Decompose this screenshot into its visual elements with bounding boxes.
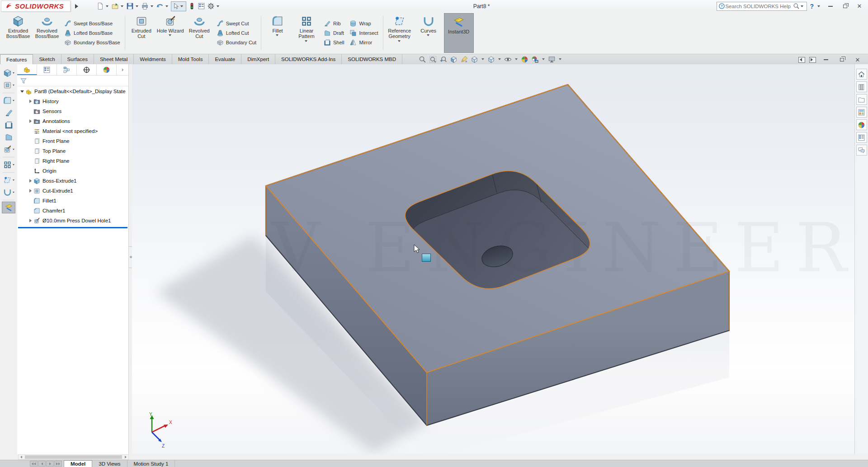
tabs-overflow-chevron[interactable]: ›: [117, 64, 128, 75]
caret-icon[interactable]: [13, 192, 14, 193]
help-search-input[interactable]: [725, 4, 793, 9]
save-caret-icon[interactable]: [136, 5, 138, 7]
menu-flyout-arrow-icon[interactable]: [75, 4, 78, 9]
tree-row-front-plane[interactable]: Front Plane: [17, 136, 128, 146]
help-search-box[interactable]: [717, 2, 807, 11]
rebuild-button[interactable]: [187, 1, 197, 11]
apply-scene-caret-icon[interactable]: [542, 58, 545, 60]
strip-extruded-cut-button[interactable]: [3, 79, 14, 91]
last-tab-button[interactable]: [54, 461, 62, 467]
undo-button[interactable]: [155, 1, 165, 11]
tree-horizontal-scrollbar[interactable]: [18, 454, 129, 460]
tree-row-history[interactable]: History: [17, 96, 128, 106]
collapse-left-pane-button[interactable]: [798, 57, 805, 63]
revolved-cut-button[interactable]: Revolved Cut: [185, 12, 214, 54]
display-style-button[interactable]: [487, 55, 495, 64]
minimize-button[interactable]: [825, 2, 836, 10]
mirror-button[interactable]: Mirror: [349, 39, 378, 46]
tab-dimxpert-manager[interactable]: [77, 64, 97, 75]
tab-mold-tools[interactable]: Mold Tools: [172, 54, 209, 64]
first-tab-button[interactable]: [30, 461, 38, 467]
tab-weldments[interactable]: Weldments: [134, 54, 172, 64]
tab-display-manager[interactable]: [97, 64, 117, 75]
revolved-boss-base-button[interactable]: Revolved Boss/Base: [33, 12, 61, 54]
strip-hole-wizard-button[interactable]: [3, 143, 14, 156]
scroll-right-arrow-icon[interactable]: [123, 456, 128, 458]
help-caret-icon[interactable]: [817, 5, 820, 7]
document-minimize-button[interactable]: [820, 56, 832, 64]
settings-button[interactable]: [206, 1, 216, 11]
tree-row-boss-extrude1[interactable]: Boss-Extrude1: [17, 176, 128, 186]
tree-row-dowel-hole[interactable]: Ø10.0mm Press Dowel Hole1: [17, 216, 128, 226]
strip-draft-button[interactable]: [5, 131, 13, 143]
tree-filter-row[interactable]: [17, 75, 128, 86]
intersect-button[interactable]: Intersect: [349, 29, 378, 37]
settings-caret-icon[interactable]: [217, 5, 219, 7]
tab-solidworks-add-ins[interactable]: SOLIDWORKS Add-Ins: [275, 54, 342, 64]
swept-cut-button[interactable]: Swept Cut: [217, 20, 256, 27]
linear-pattern-button[interactable]: Linear Pattern: [292, 12, 321, 54]
document-close-button[interactable]: ✕: [852, 56, 863, 64]
tree-row-sensors[interactable]: Sensors: [17, 106, 128, 116]
tab-sketch[interactable]: Sketch: [33, 54, 61, 64]
tab-3d-views[interactable]: 3D Views: [92, 460, 127, 467]
strip-fillet-button[interactable]: [3, 94, 14, 107]
help-button[interactable]: ?: [810, 3, 814, 10]
draft-button[interactable]: Draft: [324, 29, 344, 37]
tree-row-fillet1[interactable]: Fillet1: [17, 196, 128, 206]
apply-scene-button[interactable]: [531, 55, 539, 64]
file-explorer-button[interactable]: [856, 94, 867, 105]
search-caret-icon[interactable]: [801, 5, 803, 7]
caret-icon[interactable]: [13, 179, 14, 181]
strip-extruded-boss-button[interactable]: [3, 67, 14, 79]
boundary-boss-base-button[interactable]: Boundary Boss/Base: [64, 39, 120, 46]
linear-pattern-caret-icon[interactable]: [305, 40, 307, 42]
wrap-button[interactable]: Wrap: [349, 20, 378, 27]
close-button[interactable]: ✕: [854, 2, 865, 10]
instant3d-drag-handle[interactable]: [422, 254, 431, 262]
custom-properties-button[interactable]: [856, 132, 867, 143]
fillet-button[interactable]: Fillet: [263, 12, 292, 54]
tab-property-manager[interactable]: [37, 64, 57, 75]
collapse-right-pane-button[interactable]: [809, 57, 816, 63]
caret-icon[interactable]: [13, 100, 14, 101]
rib-button[interactable]: Rib: [324, 20, 344, 27]
lofted-boss-base-button[interactable]: Lofted Boss/Base: [64, 29, 120, 37]
tree-row-top-plane[interactable]: Top Plane: [17, 146, 128, 156]
print-button[interactable]: [140, 1, 150, 11]
scroll-left-arrow-icon[interactable]: [19, 456, 24, 458]
lofted-cut-button[interactable]: Lofted Cut: [217, 29, 256, 37]
tree-row-origin[interactable]: Origin: [17, 166, 128, 176]
zoom-to-fit-button[interactable]: [418, 55, 427, 64]
tab-motion-study-1[interactable]: Motion Study 1: [127, 460, 175, 467]
strip-instant3d-button[interactable]: [2, 202, 15, 213]
open-button[interactable]: [110, 1, 120, 11]
appearances-scenes-button[interactable]: [856, 119, 867, 130]
annotation-views-button[interactable]: [460, 55, 468, 64]
print-caret-icon[interactable]: [151, 5, 153, 7]
tab-solidworks-mbd[interactable]: SOLIDWORKS MBD: [342, 54, 402, 64]
reference-geometry-caret-icon[interactable]: [398, 40, 401, 42]
select-caret-icon[interactable]: [180, 5, 183, 7]
hide-show-caret-icon[interactable]: [515, 58, 518, 60]
expand-caret-icon[interactable]: [29, 99, 32, 103]
hole-wizard-caret-icon[interactable]: [169, 34, 171, 36]
zoom-to-area-button[interactable]: [429, 55, 437, 64]
swept-boss-base-button[interactable]: Swept Boss/Base: [64, 20, 120, 27]
caret-icon[interactable]: [13, 164, 14, 165]
extruded-cut-button[interactable]: Extruded Cut: [127, 12, 156, 54]
strip-rib-button[interactable]: [5, 107, 13, 119]
solidworks-logo[interactable]: SOLIDWORKS: [1, 0, 71, 12]
curves-button[interactable]: Curves: [414, 12, 443, 54]
view-palette-button[interactable]: [856, 107, 867, 118]
shell-button[interactable]: Shell: [324, 39, 344, 46]
rollback-bar[interactable]: [18, 227, 127, 228]
strip-shell-button[interactable]: [5, 119, 13, 131]
tab-dimxpert[interactable]: DimXpert: [241, 54, 275, 64]
view-orientation-button[interactable]: [470, 55, 479, 64]
extruded-boss-base-button[interactable]: Extruded Boss/Base: [4, 12, 33, 54]
tab-configuration-manager[interactable]: [57, 64, 77, 75]
tab-features[interactable]: Features: [0, 54, 33, 65]
search-icon[interactable]: [793, 3, 800, 9]
tab-sheet-metal[interactable]: Sheet Metal: [94, 54, 134, 64]
